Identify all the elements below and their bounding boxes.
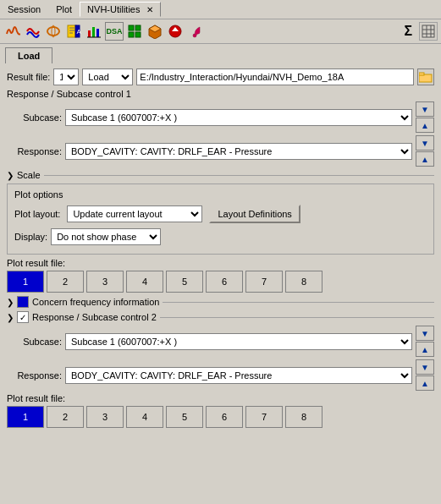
subcase1-label: Subcase: [7, 112, 62, 123]
result-file-path[interactable] [136, 68, 414, 85]
response2-label: Response: [7, 370, 62, 381]
menu-bar: Session Plot NVH-Utilities ✕ [0, 0, 441, 19]
menu-tab-nvh[interactable]: NVH-Utilities ✕ [80, 2, 160, 17]
subcase1-row: Subcase: Subcase 1 (6007007:+X ) ▼ ▲ [7, 101, 434, 133]
scale-section: ❯ Scale [7, 170, 434, 180]
file-btn-2-8[interactable]: 8 [285, 406, 322, 428]
svg-rect-13 [135, 25, 141, 30]
browse-folder-button[interactable] [417, 68, 434, 85]
toolbar-icon-note[interactable]: A [64, 22, 83, 41]
toolbar-icon-arrow[interactable] [166, 22, 185, 41]
response2-row: Response: BODY_CAVITY: CAVITY: DRLF_EAR … [7, 359, 434, 391]
menu-tab-plot[interactable]: Plot [48, 2, 80, 17]
scale-label: Scale [17, 170, 41, 180]
toolbar-icon-wave2[interactable] [24, 22, 42, 41]
layout-row: Plot layout: Update current layout New l… [14, 205, 427, 223]
file-btn-2-3[interactable]: 3 [86, 406, 124, 428]
response2-arrows: ▼ ▲ [416, 359, 434, 391]
subcase1-down-arrow[interactable]: ▼ [416, 101, 434, 117]
plot-options-box: Plot options Plot layout: Update current… [7, 184, 434, 255]
toolbar-icon-chart[interactable] [85, 22, 103, 41]
subcase2-up-arrow[interactable]: ▲ [416, 342, 434, 357]
file-btn-1-1[interactable]: 1 [7, 271, 44, 293]
subcase1-arrows: ▼ ▲ [416, 101, 434, 133]
file-btn-2-5[interactable]: 5 [166, 406, 203, 428]
result-file-number[interactable]: 1234 [53, 68, 79, 85]
svg-point-0 [47, 27, 59, 36]
file-btn-1-4[interactable]: 4 [126, 271, 163, 293]
file-btn-1-7[interactable]: 7 [245, 271, 283, 293]
subcase2-down-arrow[interactable]: ▼ [416, 326, 434, 341]
plot-layout-label: Plot layout: [14, 209, 60, 219]
file-buttons-1: 1 2 3 4 5 6 7 8 [7, 271, 434, 293]
response2-down-arrow[interactable]: ▼ [416, 359, 434, 375]
file-btn-2-7[interactable]: 7 [245, 406, 283, 428]
toolbar: A DSA Σ [0, 19, 441, 44]
subcase2-select[interactable]: Subcase 1 (6007007:+X ) [65, 333, 412, 350]
tab-load[interactable]: Load [5, 47, 52, 63]
display-label: Display: [14, 232, 47, 242]
file-buttons-2: 1 2 3 4 5 6 7 8 [7, 406, 434, 428]
file-btn-2-1[interactable]: 1 [7, 406, 44, 428]
result-file-label: Result file: [7, 72, 50, 82]
concern-checkbox[interactable] [17, 296, 29, 308]
subcase1-select[interactable]: Subcase 1 (6007007:+X ) [65, 109, 412, 126]
response2-up-arrow[interactable]: ▲ [416, 375, 434, 391]
close-tab-icon[interactable]: ✕ [146, 5, 153, 14]
file-btn-2-4[interactable]: 4 [126, 406, 163, 428]
svg-text:A: A [77, 28, 82, 36]
result-file-row: Result file: 1234 LoadSave [7, 68, 434, 85]
subcase2-label: Subcase: [7, 337, 62, 347]
toolbar-icon-wave[interactable] [3, 22, 22, 41]
plot-result-file2-label: Plot result file: [7, 393, 434, 403]
response1-arrows: ▼ ▲ [416, 135, 434, 167]
file-btn-1-8[interactable]: 8 [285, 271, 322, 293]
toolbar-icon-music[interactable] [186, 22, 205, 41]
control2-label: Response / Subcase control 2 [32, 312, 157, 322]
response1-up-arrow[interactable]: ▲ [416, 151, 434, 167]
response1-label: Response: [7, 146, 62, 156]
plot-layout-select[interactable]: Update current layout New layout Replace… [67, 205, 202, 222]
control2-toggle[interactable]: ❯ [7, 313, 14, 322]
main-content: Result file: 1234 LoadSave Response / Su… [0, 63, 441, 436]
file-btn-1-5[interactable]: 5 [166, 271, 203, 293]
display-row: Display: Do not show phase Show phase Sh… [14, 228, 427, 245]
file-btn-1-3[interactable]: 3 [86, 271, 124, 293]
subcase2-row: Subcase: Subcase 1 (6007007:+X ) ▼ ▲ [7, 326, 434, 357]
toolbar-grid-icon[interactable] [419, 22, 438, 41]
concern-toggle[interactable]: ❯ [7, 298, 14, 307]
plot-result-file2-section: Plot result file: 1 2 3 4 5 6 7 8 [7, 393, 434, 428]
file-btn-2-2[interactable]: 2 [47, 406, 84, 428]
file-btn-1-6[interactable]: 6 [206, 271, 243, 293]
menu-tab-session[interactable]: Session [0, 2, 48, 17]
response1-row: Response: BODY_CAVITY: CAVITY: DRLF_EAR … [7, 135, 434, 167]
svg-rect-20 [422, 25, 434, 37]
toolbar-icon-circle[interactable] [44, 22, 63, 41]
toolbar-icon-grid1[interactable] [125, 22, 144, 41]
svg-rect-15 [135, 32, 141, 37]
tab-row: Load [0, 44, 441, 63]
scale-toggle[interactable]: ❯ [7, 171, 14, 180]
file-btn-2-6[interactable]: 6 [206, 406, 243, 428]
concern-row: ❯ Concern frequency information [7, 296, 434, 308]
layout-definitions-button[interactable]: Layout Definitions [209, 205, 300, 223]
svg-rect-10 [96, 29, 99, 37]
sigma-button[interactable]: Σ [399, 24, 417, 39]
plot-result-file1-label: Plot result file: [7, 258, 434, 268]
file-btn-1-2[interactable]: 2 [47, 271, 84, 293]
svg-rect-12 [129, 25, 134, 30]
response2-select[interactable]: BODY_CAVITY: CAVITY: DRLF_EAR - Pressure [65, 367, 412, 384]
svg-rect-14 [129, 32, 134, 37]
control2-checkbox[interactable]: ✓ [17, 311, 29, 323]
result-file-type[interactable]: LoadSave [82, 68, 133, 85]
response1-select[interactable]: BODY_CAVITY: CAVITY: DRLF_EAR - Pressure [65, 143, 412, 160]
response1-down-arrow[interactable]: ▼ [416, 135, 434, 151]
toolbar-icon-dsa[interactable]: DSA [105, 22, 124, 41]
concern-label: Concern frequency information [32, 297, 159, 307]
subcase1-up-arrow[interactable]: ▲ [416, 118, 434, 133]
svg-rect-8 [88, 30, 91, 37]
toolbar-icon-cube[interactable] [146, 22, 164, 41]
control1-label: Response / Subcase control 1 [7, 89, 434, 99]
display-select[interactable]: Do not show phase Show phase Show both [51, 228, 161, 245]
svg-rect-9 [92, 27, 95, 37]
